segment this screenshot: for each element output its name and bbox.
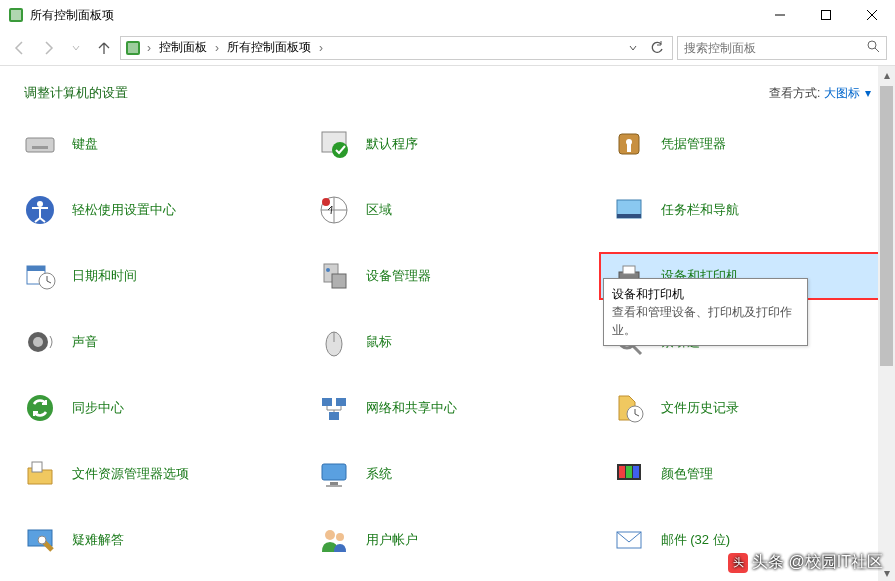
control-panel-item[interactable]: 网络和共享中心 — [304, 384, 590, 432]
breadcrumb-root[interactable]: 控制面板 — [157, 39, 209, 56]
item-label: 文件资源管理器选项 — [72, 465, 189, 483]
item-label: 用户帐户 — [366, 531, 418, 549]
svg-point-57 — [336, 533, 344, 541]
scroll-up-icon[interactable]: ▴ — [878, 66, 895, 83]
control-panel-item[interactable]: 凭据管理器 — [599, 120, 885, 168]
svg-rect-33 — [623, 266, 635, 274]
svg-point-55 — [38, 536, 46, 544]
control-panel-item[interactable]: 用户帐户 — [304, 516, 590, 564]
svg-rect-44 — [329, 412, 339, 420]
item-label: 颜色管理 — [661, 465, 713, 483]
item-label: 默认程序 — [366, 135, 418, 153]
item-label: 键盘 — [72, 135, 98, 153]
page-heading: 调整计算机的设置 — [24, 84, 128, 102]
subheader: 调整计算机的设置 查看方式: 大图标 ▾ — [0, 66, 895, 110]
svg-rect-51 — [619, 466, 625, 478]
tooltip: 设备和打印机 查看和管理设备、打印机及打印作业。 — [603, 278, 808, 346]
item-label: 疑难解答 — [72, 531, 124, 549]
view-by: 查看方式: 大图标 ▾ — [769, 85, 871, 102]
svg-point-41 — [27, 395, 53, 421]
item-label: 轻松使用设置中心 — [72, 201, 176, 219]
tooltip-desc: 查看和管理设备、打印机及打印作业。 — [612, 303, 799, 339]
item-label: 任务栏和导航 — [661, 201, 739, 219]
addressbar-icon — [125, 40, 141, 56]
item-label: 鼠标 — [366, 333, 392, 351]
svg-point-16 — [332, 142, 348, 158]
svg-rect-42 — [322, 398, 332, 406]
system-icon — [316, 456, 352, 492]
search-input[interactable] — [684, 41, 866, 55]
viewby-dropdown-icon[interactable]: ▾ — [863, 86, 871, 100]
svg-rect-25 — [617, 214, 641, 218]
breadcrumb-current[interactable]: 所有控制面板项 — [225, 39, 313, 56]
svg-rect-53 — [633, 466, 639, 478]
mouse-icon — [316, 324, 352, 360]
svg-rect-46 — [32, 462, 42, 472]
network-icon — [316, 390, 352, 426]
control-panel-item[interactable]: 颜色管理 — [599, 450, 885, 498]
item-label: 设备管理器 — [366, 267, 431, 285]
item-label: 凭据管理器 — [661, 135, 726, 153]
item-label: 声音 — [72, 333, 98, 351]
navbar: › 控制面板 › 所有控制面板项 › — [0, 30, 895, 66]
control-panel-item[interactable]: 日期和时间 — [10, 252, 296, 300]
svg-line-9 — [875, 48, 879, 52]
scrollbar[interactable]: ▴ ▾ — [878, 66, 895, 581]
control-panel-item[interactable]: 声音 — [10, 318, 296, 366]
svg-rect-52 — [626, 466, 632, 478]
svg-rect-10 — [26, 138, 54, 152]
troubleshoot-icon — [22, 522, 58, 558]
mail-icon — [611, 522, 647, 558]
recent-dropdown[interactable] — [64, 36, 88, 60]
window-controls — [757, 0, 895, 30]
minimize-button[interactable] — [757, 0, 803, 30]
viewby-value[interactable]: 大图标 — [824, 86, 860, 100]
svg-point-36 — [33, 337, 43, 347]
watermark-logo-icon: 头 — [728, 553, 748, 573]
control-panel-item[interactable]: 键盘 — [10, 120, 296, 168]
folder-icon — [22, 456, 58, 492]
color-icon — [611, 456, 647, 492]
svg-line-40 — [633, 346, 641, 354]
item-label: 文件历史记录 — [661, 399, 739, 417]
control-panel-item[interactable]: 轻松使用设置中心 — [10, 186, 296, 234]
search-icon[interactable] — [866, 39, 880, 56]
control-panel-item[interactable]: 文件历史记录 — [599, 384, 885, 432]
close-button[interactable] — [849, 0, 895, 30]
breadcrumb-sep: › — [315, 41, 327, 55]
searchbox[interactable] — [677, 36, 887, 60]
refresh-button[interactable] — [646, 37, 668, 59]
maximize-button[interactable] — [803, 0, 849, 30]
item-label: 同步中心 — [72, 399, 124, 417]
scroll-thumb[interactable] — [880, 86, 893, 366]
control-panel-item[interactable]: 同步中心 — [10, 384, 296, 432]
up-button[interactable] — [92, 36, 116, 60]
svg-rect-7 — [128, 43, 138, 53]
breadcrumb-sep: › — [143, 41, 155, 55]
credentials-icon — [611, 126, 647, 162]
control-panel-item[interactable]: 鼠标 — [304, 318, 590, 366]
control-panel-item[interactable]: 文件资源管理器选项 — [10, 450, 296, 498]
region-icon — [316, 192, 352, 228]
devmgr-icon — [316, 258, 352, 294]
svg-rect-19 — [627, 144, 631, 152]
item-label: 邮件 (32 位) — [661, 531, 730, 549]
watermark: 头 头条 @校园IT社区 — [728, 552, 883, 573]
control-panel-item[interactable]: 设备管理器 — [304, 252, 590, 300]
control-panel-item[interactable]: 任务栏和导航 — [599, 186, 885, 234]
svg-rect-49 — [326, 485, 342, 487]
addressbar[interactable]: › 控制面板 › 所有控制面板项 › — [120, 36, 673, 60]
sound-icon — [22, 324, 58, 360]
history-icon — [611, 390, 647, 426]
back-button[interactable] — [8, 36, 32, 60]
control-panel-item[interactable]: 系统 — [304, 450, 590, 498]
control-panel-item[interactable]: 默认程序 — [304, 120, 590, 168]
addressbar-dropdown[interactable] — [622, 37, 644, 59]
control-panel-item[interactable]: 疑难解答 — [10, 516, 296, 564]
item-label: 系统 — [366, 465, 392, 483]
svg-rect-3 — [822, 11, 831, 20]
forward-button[interactable] — [36, 36, 60, 60]
control-panel-item[interactable]: 区域 — [304, 186, 590, 234]
svg-rect-1 — [11, 10, 21, 20]
item-label: 网络和共享中心 — [366, 399, 457, 417]
